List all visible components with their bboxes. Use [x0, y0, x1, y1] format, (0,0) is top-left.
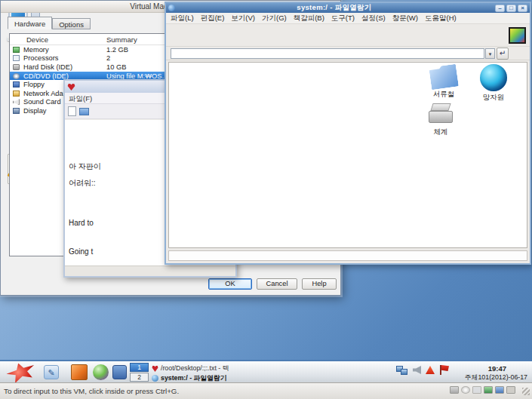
vm-screen: 나의 콤퓨터 제품소개 회수통 :;:.txt 파일(F) 아 자판이 어려워:…	[0, 0, 532, 399]
file-manager-statusbar	[168, 250, 527, 261]
network-item[interactable]: 망자원	[471, 64, 516, 103]
file-manager-titlebar[interactable]: system:/ - 파일열람기 – □ ×	[166, 3, 530, 13]
item-label: 체계	[418, 127, 463, 137]
system-tray	[396, 365, 449, 375]
file-manager-app-icon	[168, 5, 175, 11]
menu-settings[interactable]: 설정(S)	[361, 14, 386, 23]
display-icon	[13, 108, 20, 114]
location-bar: ▾ ↵	[166, 47, 530, 60]
floppy-icon	[13, 81, 20, 87]
vm-input-hint: To direct input to this VM, click inside…	[4, 387, 179, 395]
editor-app-icon	[152, 365, 158, 372]
vmware-status-bar: To direct input to this VM, click inside…	[0, 382, 532, 399]
floppy-indicator-icon[interactable]	[472, 386, 481, 394]
location-input[interactable]	[171, 48, 484, 59]
sound-indicator-icon[interactable]	[495, 386, 504, 394]
pager-desktop-2[interactable]: 2	[130, 373, 149, 382]
network-adapter-icon	[13, 91, 20, 97]
cd-rom-indicator-icon[interactable]	[461, 386, 470, 394]
menu-tools[interactable]: 도구(T)	[331, 14, 355, 23]
file-manager-menubar: 파일(L) 편집(E) 보기(V) 가기(G) 책갈피(B) 도구(T) 설정(…	[166, 13, 530, 24]
editor-line: 아 자판이	[69, 161, 101, 172]
menu-bookmarks[interactable]: 책갈피(B)	[294, 14, 324, 23]
device-row[interactable]: Hard Disk (IDE) 10 GB	[10, 63, 175, 72]
app-logo-throbber	[509, 27, 526, 44]
close-button[interactable]: ×	[518, 5, 527, 12]
pager-desktop-1[interactable]: 1	[130, 363, 149, 372]
maximize-button[interactable]: □	[506, 5, 516, 12]
tab-options[interactable]: Options	[52, 18, 91, 29]
header-summary: Summary	[106, 35, 137, 44]
menu-file[interactable]: 파일(F)	[69, 94, 92, 103]
vm-device-indicators	[450, 386, 515, 394]
ok-button[interactable]: OK	[208, 278, 252, 290]
file-manager-app-icon	[152, 375, 158, 382]
item-label: 망자원	[471, 93, 516, 103]
menu-go[interactable]: 가기(G)	[262, 14, 287, 23]
guest-taskbar: ✎ 1 2 /root/Desktop/:;:.txt - 텍 system:/…	[0, 360, 532, 382]
header-device: Device	[10, 35, 106, 44]
sound-card-icon	[13, 99, 20, 105]
juche-date[interactable]: 주체101(2012)-06-17	[465, 373, 527, 382]
cancel-button[interactable]: Cancel	[257, 278, 297, 290]
item-label: 서류철	[421, 90, 466, 100]
menu-edit[interactable]: 편집(E)	[201, 14, 225, 23]
file-manager-window: system:/ - 파일열람기 – □ × 파일(L) 편집(E) 보기(V)…	[165, 2, 531, 265]
resize-grip[interactable]	[522, 388, 530, 395]
minimize-button[interactable]: –	[495, 5, 505, 12]
dialog-tabs: Hardware Options	[8, 17, 91, 29]
desktop-pager: 1 2	[130, 363, 149, 382]
text-editor-launcher-icon[interactable]: ✎	[44, 365, 59, 379]
package-launcher-icon[interactable]	[71, 364, 88, 380]
hard-disk-indicator-icon[interactable]	[450, 386, 459, 394]
messenger-launcher-icon[interactable]	[112, 365, 127, 379]
menu-help[interactable]: 도움말(H)	[425, 14, 457, 23]
device-row[interactable]: Processors 2	[10, 54, 175, 63]
editor-statusbar	[65, 265, 235, 276]
taskbar-item-editor[interactable]: /root/Desktop/:;:.txt - 텍	[152, 364, 229, 373]
file-manager-toolbar	[166, 24, 530, 47]
location-dropdown-button[interactable]: ▾	[485, 48, 495, 59]
hard-disk-icon	[13, 64, 20, 70]
file-manager-content[interactable]: 서류철 망자원 체계	[168, 62, 527, 248]
editor-line: Going t	[69, 247, 93, 256]
menu-view[interactable]: 보기(V)	[231, 14, 255, 23]
globe-icon	[480, 64, 507, 91]
network-tray-icon[interactable]	[396, 366, 408, 375]
menu-window[interactable]: 창문(W)	[392, 14, 418, 23]
editor-line: Hard to	[69, 219, 94, 227]
open-folder-icon[interactable]	[79, 108, 89, 115]
folder-item[interactable]: 서류철	[421, 66, 466, 100]
clock[interactable]: 19:47	[488, 364, 506, 373]
volume-icon[interactable]	[413, 366, 421, 374]
editor-line: 어려워::	[69, 178, 96, 189]
editor-app-icon	[67, 83, 75, 91]
device-row[interactable]: Memory 1.2 GB	[10, 45, 175, 54]
red-flag-icon[interactable]	[439, 365, 449, 375]
tab-hardware[interactable]: Hardware	[8, 17, 52, 29]
go-button[interactable]: ↵	[497, 48, 509, 60]
file-manager-title: system:/ - 파일열람기	[175, 3, 494, 13]
menu-file[interactable]: 파일(L)	[171, 14, 194, 23]
folder-icon	[429, 64, 459, 91]
device-list-header: Device Summary	[10, 34, 175, 45]
network-indicator-icon[interactable]	[484, 386, 493, 394]
help-button[interactable]: Help	[302, 278, 337, 290]
new-document-icon[interactable]	[68, 106, 76, 116]
warning-icon[interactable]	[426, 366, 435, 374]
cd-dvd-icon	[13, 73, 20, 79]
memory-icon	[13, 47, 20, 53]
processor-icon	[13, 55, 20, 61]
printer-icon	[427, 103, 454, 126]
system-item[interactable]: 체계	[418, 103, 463, 137]
message-indicator-icon[interactable]	[506, 386, 515, 394]
browser-launcher-icon[interactable]	[93, 364, 109, 380]
